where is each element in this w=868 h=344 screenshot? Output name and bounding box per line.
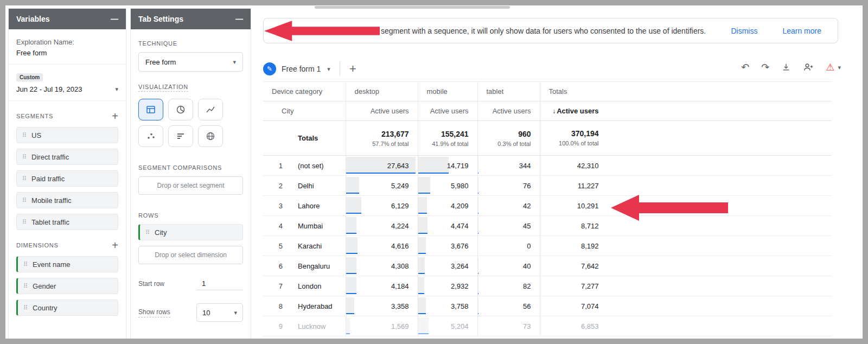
visualization-label: VISUALIZATION: [138, 84, 188, 92]
table-row[interactable]: 7London 4,184 2,932 82 7,277: [263, 276, 832, 296]
cell-bar: [418, 217, 427, 234]
header-mobile[interactable]: mobile: [418, 82, 477, 101]
row-rank: 9: [263, 322, 290, 330]
undo-button[interactable]: ↶: [741, 62, 749, 72]
cell-bar: [418, 237, 426, 254]
dimension-chip-event-name[interactable]: ⠿ Event name: [16, 256, 118, 272]
dimension-chip-gender[interactable]: ⠿ Gender: [16, 278, 118, 294]
table-row[interactable]: 6Bengaluru 4,308 3,264 40 7,642: [263, 256, 832, 276]
horizontal-scrollbar[interactable]: [315, 6, 510, 9]
variables-panel-title: Variables: [16, 15, 50, 23]
row-rank: 7: [263, 282, 290, 290]
segment-drop-zone[interactable]: Drop or select segment: [138, 176, 243, 195]
sorted-metric-label: Active users: [557, 107, 598, 115]
redo-button[interactable]: ↷: [761, 62, 769, 72]
tablet-value: 40: [523, 262, 531, 270]
drag-handle-icon: ⠿: [22, 219, 27, 225]
collapse-variables-icon[interactable]: —: [111, 15, 118, 23]
segment-chip-direct-traffic[interactable]: ⠿ Direct traffic: [16, 149, 118, 165]
consent-notice-banner: segment with a sequence, it will only sh…: [263, 18, 838, 43]
segment-chip-mobile-traffic[interactable]: ⠿ Mobile traffic: [16, 192, 118, 208]
exploration-name-input[interactable]: Free form: [16, 49, 118, 57]
metric-header-row: City Active users Active users Active us…: [263, 101, 832, 121]
date-custom-badge: Custom: [16, 73, 43, 81]
viz-geo-map-button[interactable]: [198, 125, 223, 147]
total-value: 7,277: [549, 282, 599, 290]
tablet-value: 56: [523, 302, 531, 310]
drag-handle-icon: ⠿: [22, 198, 27, 203]
totals-tablet-cell: 960 0.3% of total: [477, 121, 540, 156]
cell-bar: [418, 197, 427, 214]
dimension-chip-label: Gender: [33, 282, 56, 290]
cell-bar: [346, 257, 357, 274]
desktop-value: 3,358: [391, 302, 409, 310]
segment-chip-paid-traffic[interactable]: ⠿ Paid traffic: [16, 170, 118, 187]
exploration-name-label: Exploration Name:: [16, 38, 118, 46]
dimension-chip-country[interactable]: ⠿ Country: [16, 300, 118, 316]
show-rows-label: Show rows: [138, 308, 170, 317]
row-city: Lucknow: [298, 322, 326, 330]
segment-chip-us[interactable]: ⠿ US: [16, 127, 118, 143]
segment-chip-label: Paid traffic: [31, 175, 65, 183]
drag-handle-icon: ⠿: [23, 283, 28, 289]
table-row[interactable]: 8Hyderabad 3,358 3,758 56 7,074: [263, 296, 832, 316]
viz-donut-chart-button[interactable]: [168, 99, 193, 120]
viz-bar-chart-button[interactable]: [168, 125, 193, 147]
segment-chip-tablet-traffic[interactable]: ⠿ Tablet traffic: [16, 214, 118, 230]
cell-bar: [346, 277, 356, 294]
download-button[interactable]: [781, 62, 791, 72]
header-active-users-mobile[interactable]: Active users: [418, 101, 477, 121]
table-row[interactable]: 3Lahore 6,129 4,209 42 10,291: [263, 196, 832, 216]
data-quality-button[interactable]: ⚠ ▾: [826, 62, 841, 72]
totals-tablet-percent: 0.3% of total: [478, 141, 531, 147]
learn-more-link[interactable]: Learn more: [782, 27, 821, 35]
start-row-input[interactable]: 1: [196, 277, 243, 290]
tab-caret-down-icon[interactable]: ▾: [327, 66, 330, 72]
date-range-picker[interactable]: Jun 22 - Jul 19, 2023 ▾: [16, 85, 118, 93]
dimension-drop-zone[interactable]: Drop or select dimension: [138, 246, 243, 264]
header-active-users-totals[interactable]: ↓Active users: [540, 101, 832, 121]
collapse-tab-settings-icon[interactable]: —: [235, 15, 243, 23]
table-row[interactable]: 1(not set) 27,643 14,719 344 42,310: [263, 156, 832, 176]
segment-chip-label: Direct traffic: [31, 153, 69, 161]
viz-scatter-plot-button[interactable]: [138, 125, 163, 147]
table-row[interactable]: 9Lucknow 1,569 5,204 73 6,853: [263, 316, 832, 336]
segment-chip-label: Mobile traffic: [31, 196, 71, 205]
download-icon: [781, 62, 791, 72]
desktop-value: 4,308: [391, 262, 409, 270]
show-rows-select[interactable]: 10 ▾: [196, 303, 243, 322]
add-dimension-button[interactable]: +: [112, 240, 118, 251]
header-active-users-tablet[interactable]: Active users: [477, 101, 540, 121]
geo-map-icon: [205, 131, 216, 142]
table-row[interactable]: 2Delhi 5,249 5,980 76 11,227: [263, 176, 832, 196]
redo-icon: ↷: [761, 62, 769, 72]
technique-select[interactable]: Free form ▾: [138, 52, 243, 72]
segments-section-header: SEGMENTS +: [16, 111, 118, 122]
mobile-value: 4,474: [451, 222, 469, 230]
share-button[interactable]: [803, 62, 814, 73]
header-totals[interactable]: Totals: [540, 82, 832, 101]
viz-table-button[interactable]: [138, 99, 163, 120]
mobile-value: 2,932: [451, 282, 469, 290]
add-tab-button[interactable]: +: [349, 63, 356, 75]
row-city: Karachi: [298, 242, 322, 250]
table-row[interactable]: 4Mumbai 4,224 4,474 45 8,712: [263, 216, 832, 236]
segments-label: SEGMENTS: [16, 113, 53, 119]
drag-handle-icon: ⠿: [22, 154, 27, 160]
header-active-users-desktop[interactable]: Active users: [346, 101, 418, 121]
row-rank: 1: [263, 162, 290, 170]
line-chart-icon: [205, 104, 216, 115]
desktop-value: 1,569: [391, 322, 409, 330]
table-row[interactable]: 5Karachi 4,616 3,676 0 8,192: [263, 236, 832, 256]
rows-dimension-chip-city[interactable]: ⠿ City: [138, 224, 243, 240]
header-tablet[interactable]: tablet: [477, 82, 540, 101]
header-device-category[interactable]: Device category: [263, 82, 346, 101]
viz-line-chart-button[interactable]: [198, 99, 223, 120]
header-city[interactable]: City: [263, 101, 346, 121]
dismiss-button[interactable]: Dismiss: [731, 27, 757, 35]
visualization-picker: [138, 99, 243, 147]
header-desktop[interactable]: desktop: [346, 82, 418, 101]
add-segment-button[interactable]: +: [112, 111, 118, 122]
mobile-value: 3,758: [451, 302, 469, 310]
tab-free-form-1[interactable]: Free form 1: [282, 65, 321, 73]
